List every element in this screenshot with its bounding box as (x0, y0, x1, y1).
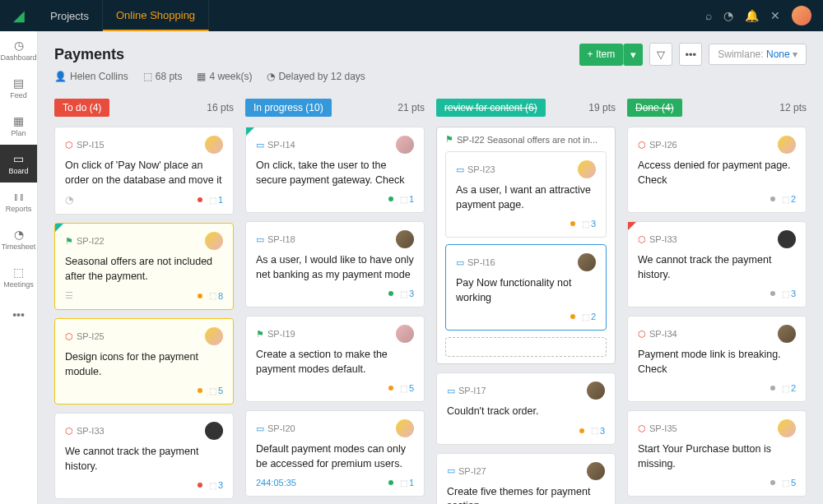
card[interactable]: ▭SP-I23 As a user, I want an attractive … (445, 151, 607, 238)
clock-icon: ◔ (267, 71, 275, 82)
card[interactable]: ⬡SP-I33 We cannot track the payment hist… (54, 413, 234, 499)
clock-icon: ◔ (65, 194, 73, 206)
assignee-avatar[interactable] (396, 419, 414, 437)
card[interactable]: ⬡SP-I34 Payment mode link is breaking. C… (627, 316, 807, 402)
card-points: 5 (782, 478, 796, 488)
card[interactable]: ▭SP-I27 Create five themes for payment s… (436, 453, 616, 505)
page-meta: 👤Helen Collins ⬚68 pts ▦4 week(s) ◔Delay… (54, 71, 807, 82)
assignee-avatar[interactable] (396, 136, 414, 154)
column-title-inprogress[interactable]: In progress (10) (245, 99, 332, 117)
add-item-dropdown[interactable]: ▾ (623, 44, 643, 66)
assignee-avatar[interactable] (778, 230, 796, 248)
card-points: 3 (782, 289, 796, 298)
priority-dot (388, 386, 393, 391)
card-title: On click of 'Pay Now' place an order on … (65, 159, 223, 187)
assignee-avatar[interactable] (578, 160, 596, 178)
sidebar-reports[interactable]: ⫾⫾Reports (0, 183, 37, 220)
sidebar-timesheet[interactable]: ◔Timesheet (0, 220, 37, 258)
card-title: We cannot track the payment history. (638, 253, 796, 282)
assignee-avatar[interactable] (396, 230, 414, 248)
tools-icon[interactable]: ✕ (770, 9, 780, 22)
card-points: 5 (209, 386, 223, 395)
assignee-avatar[interactable] (205, 327, 223, 345)
column-title-done[interactable]: Done (4) (627, 99, 682, 117)
timesheet-icon: ◔ (14, 228, 24, 241)
sidebar-feed[interactable]: ▤Feed (0, 69, 37, 107)
sidebar-board[interactable]: ▭Board (0, 145, 37, 183)
more-button[interactable]: ••• (679, 43, 702, 66)
assignee-avatar[interactable] (778, 419, 796, 437)
calendar-icon: ▦ (197, 71, 206, 82)
sidebar-meetings[interactable]: ⬚Meetings (0, 258, 37, 296)
card-points: 1 (209, 195, 223, 205)
user-avatar[interactable] (792, 6, 811, 25)
sidebar-more[interactable]: ••• (0, 296, 37, 334)
card-title: Access denied for payment page. Check (638, 159, 796, 187)
flag-icon: ⚑ (445, 134, 453, 145)
add-item-button[interactable]: + Item (579, 44, 624, 66)
bell-icon[interactable]: 🔔 (745, 9, 759, 22)
chat-icon[interactable]: ◔ (723, 9, 733, 22)
card-title: Design icons for the payment module. (65, 350, 223, 379)
search-icon[interactable]: ⌕ (705, 9, 712, 22)
card[interactable]: ⬡SP-I15 On click of 'Pay Now' place an o… (54, 127, 234, 215)
item-icon: ▭ (256, 140, 264, 150)
drop-target-group[interactable]: ⚑SP-I22 Seasonal offers are not in... ▭S… (436, 127, 616, 364)
sidebar: ◷Dashboard ▤Feed ▦Plan ▭Board ⫾⫾Reports … (0, 31, 38, 504)
card[interactable]: ▭SP-I14 On click, take the user to the s… (245, 127, 425, 213)
card[interactable]: ▭SP-I18 As a user, I would like to have … (245, 221, 425, 307)
card[interactable]: ⚑SP-I19 Create a section to make the pay… (245, 316, 425, 402)
card-points: 2 (582, 312, 596, 321)
priority-dot (770, 480, 775, 485)
column-title-review[interactable]: review for content (6) (436, 99, 546, 117)
bug-icon: ⬡ (638, 329, 646, 340)
column-pts: 19 pts (588, 102, 616, 113)
assignee-avatar[interactable] (778, 136, 796, 154)
card[interactable]: ⚑SP-I22 Seasonal offers are not included… (54, 223, 234, 310)
assignee-avatar[interactable] (205, 136, 223, 154)
card-title: As a user, I want an attractive payment … (456, 183, 596, 212)
card-selected[interactable]: ▭SP-I16 Pay Now functionality not workin… (445, 244, 607, 331)
assignee-avatar[interactable] (578, 253, 596, 271)
assignee-avatar[interactable] (396, 325, 414, 343)
card[interactable]: ▭SP-I17 Couldn't track order. 3 (436, 372, 616, 445)
priority-dot (198, 294, 202, 298)
assignee-avatar[interactable] (778, 325, 796, 343)
card[interactable]: ⬡SP-I33 We cannot track the payment hist… (627, 221, 807, 307)
assignee-avatar[interactable] (587, 462, 605, 480)
item-icon: ▭ (256, 423, 264, 434)
card-title: As a user, I would like to have only net… (256, 253, 414, 282)
card[interactable]: ⬡SP-I26 Access denied for payment page. … (627, 127, 807, 213)
card[interactable]: ▭SP-I20 Default payment modes can only b… (245, 410, 425, 497)
sidebar-plan[interactable]: ▦Plan (0, 107, 37, 145)
column-pts: 12 pts (779, 102, 807, 113)
nav-current-project[interactable]: Online Shopping (103, 0, 209, 31)
card-points: 3 (582, 219, 596, 229)
priority-dot (388, 291, 393, 296)
page-title: Payments (54, 46, 124, 63)
priority-dot (570, 221, 575, 226)
card[interactable]: ⬡SP-I25 Design icons for the payment mod… (54, 318, 234, 405)
column-pts: 16 pts (207, 102, 234, 113)
assignee-avatar[interactable] (587, 381, 605, 400)
swimlane-selector[interactable]: Swimlane: None ▾ (709, 44, 807, 65)
priority-dot (198, 483, 202, 488)
nav-projects[interactable]: Projects (37, 0, 103, 31)
timer: 244:05:35 (256, 478, 296, 488)
assignee-avatar[interactable] (205, 232, 223, 250)
sidebar-dashboard[interactable]: ◷Dashboard (0, 31, 37, 69)
card[interactable]: ⬡SP-I35 Start Your Purchase button is mi… (627, 410, 807, 497)
assignee-avatar[interactable] (205, 422, 223, 440)
item-icon: ▭ (447, 386, 455, 396)
card-title: Default payment modes can only be access… (256, 442, 414, 471)
column-title-todo[interactable]: To do (4) (54, 99, 109, 117)
card-title: Couldn't track order. (447, 405, 605, 419)
card-points: 1 (400, 194, 414, 204)
filter-button[interactable]: ▽ (649, 43, 672, 66)
bug-icon: ⬡ (65, 426, 73, 437)
flag-icon: ⚑ (256, 329, 264, 340)
card-points: 1 (400, 478, 414, 488)
item-icon: ▭ (456, 164, 464, 175)
drop-placeholder (445, 337, 607, 357)
app-logo[interactable]: ◢ (0, 0, 37, 31)
